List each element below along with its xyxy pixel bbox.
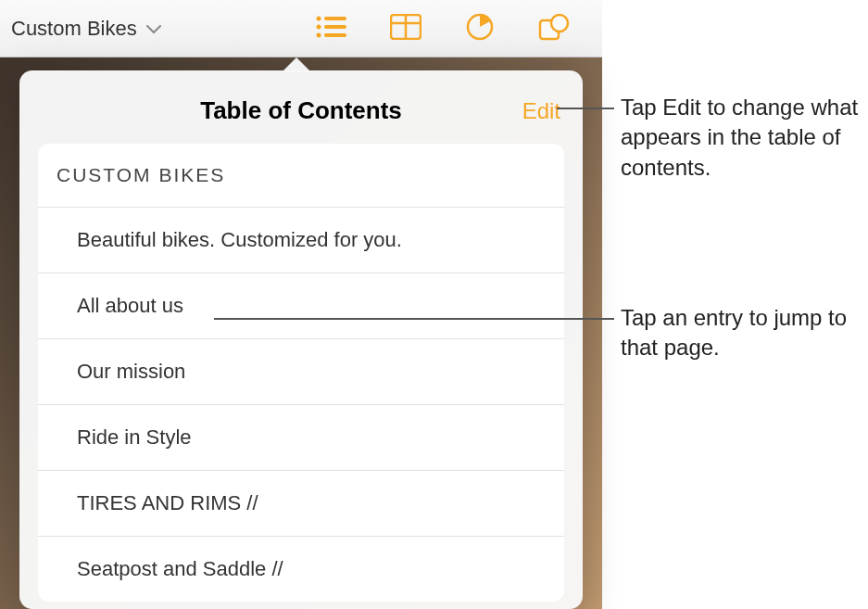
callout-text: Tap Edit to change what appears in the t… bbox=[621, 93, 866, 183]
svg-point-11 bbox=[551, 15, 568, 32]
svg-point-2 bbox=[317, 24, 321, 29]
shape-insert-button[interactable] bbox=[517, 0, 591, 57]
svg-rect-1 bbox=[324, 17, 346, 20]
chart-insert-button[interactable] bbox=[443, 0, 517, 57]
toc-popover: Table of Contents Edit CUSTOM BIKES Beau… bbox=[19, 70, 583, 609]
callout-text: Tap an entry to jump to that page. bbox=[621, 303, 862, 363]
callout-connector bbox=[557, 108, 614, 109]
table-icon bbox=[390, 14, 421, 44]
toc-item[interactable]: TIRES AND RIMS // bbox=[38, 471, 564, 537]
toolbar: Custom Bikes bbox=[0, 0, 602, 57]
document-title-dropdown[interactable]: Custom Bikes bbox=[11, 17, 161, 41]
toc-list: CUSTOM BIKES Beautiful bikes. Customized… bbox=[38, 144, 564, 602]
toc-item[interactable]: Our mission bbox=[38, 339, 564, 405]
popover-title: Table of Contents bbox=[200, 96, 402, 124]
document-title: Custom Bikes bbox=[11, 17, 137, 41]
shapes-icon bbox=[538, 13, 570, 44]
toc-item[interactable]: Seatpost and Saddle // bbox=[38, 537, 564, 602]
pie-chart-icon bbox=[465, 12, 495, 45]
toc-section-header[interactable]: CUSTOM BIKES bbox=[38, 144, 564, 208]
table-insert-button[interactable] bbox=[369, 0, 443, 57]
svg-point-4 bbox=[317, 32, 321, 37]
toc-item[interactable]: Ride in Style bbox=[38, 405, 564, 471]
svg-rect-3 bbox=[324, 25, 346, 29]
toc-view-button[interactable] bbox=[295, 0, 369, 57]
chevron-down-icon bbox=[146, 21, 161, 38]
callout-connector bbox=[214, 318, 614, 320]
svg-rect-5 bbox=[324, 33, 346, 37]
popover-header: Table of Contents Edit bbox=[19, 70, 583, 144]
toc-item[interactable]: All about us bbox=[38, 273, 564, 339]
list-icon bbox=[315, 14, 348, 44]
edit-button[interactable]: Edit bbox=[522, 98, 560, 124]
toc-item[interactable]: Beautiful bikes. Customized for you. bbox=[38, 208, 564, 273]
svg-point-0 bbox=[317, 16, 321, 20]
